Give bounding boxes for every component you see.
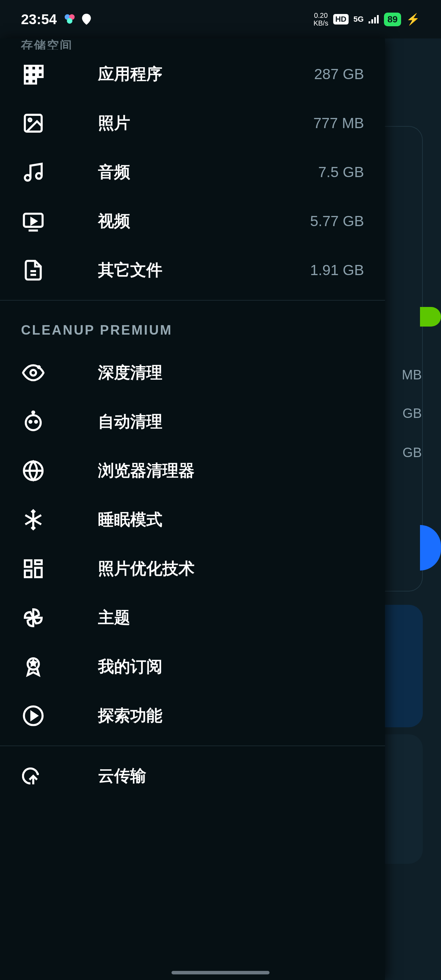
menu-label: 音频: [98, 161, 318, 183]
svg-rect-3: [369, 21, 370, 24]
status-bar: 23:54 0.20 KB/s HD 5G 89 ⚡: [0, 0, 441, 38]
menu-item-themes[interactable]: 主题: [0, 593, 385, 642]
photo-icon: [21, 111, 46, 135]
svg-point-29: [29, 421, 31, 422]
menu-item-deep-clean[interactable]: 深度清理: [0, 348, 385, 397]
divider: [0, 300, 385, 301]
green-pill-peek: [420, 307, 441, 326]
app-icon-2: [80, 13, 93, 26]
svg-rect-39: [25, 571, 32, 577]
snowflake-icon: [21, 508, 46, 532]
menu-label: 睡眠模式: [98, 509, 364, 531]
menu-label: 应用程序: [98, 64, 314, 85]
menu-item-video[interactable]: 视频 5.77 GB: [0, 197, 385, 246]
menu-label: 照片优化技术: [98, 558, 364, 580]
peek-text-1: MB: [402, 368, 422, 383]
main-content-peek: MB GB GB: [380, 38, 441, 980]
svg-rect-6: [377, 15, 379, 24]
hd-badge: HD: [333, 14, 349, 24]
video-icon: [21, 209, 46, 234]
menu-label: 探索功能: [98, 705, 364, 727]
status-left: 23:54: [21, 11, 93, 27]
menu-item-auto-clean[interactable]: 自动清理: [0, 397, 385, 446]
menu-item-subscription[interactable]: 我的订阅: [0, 642, 385, 691]
eye-plus-icon: [21, 361, 46, 385]
cloud-menu-list: 云传输: [0, 751, 385, 800]
status-time: 23:54: [21, 11, 57, 27]
menu-value: 1.91 GB: [310, 262, 364, 278]
menu-item-sleep-mode[interactable]: 睡眠模式: [0, 495, 385, 544]
svg-point-16: [29, 119, 32, 121]
menu-item-photo-optimizer[interactable]: 照片优化技术: [0, 544, 385, 593]
menu-value: 5.77 GB: [310, 213, 364, 230]
svg-marker-42: [32, 712, 37, 719]
svg-rect-36: [25, 560, 32, 567]
svg-point-28: [32, 412, 34, 414]
menu-label: 浏览器清理器: [98, 460, 364, 482]
divider: [0, 746, 385, 746]
menu-item-photos[interactable]: 照片 777 MB: [0, 99, 385, 148]
menu-label: 云传输: [98, 765, 364, 787]
apps-icon: [21, 62, 46, 86]
file-icon: [21, 258, 46, 282]
blue-button-peek[interactable]: [420, 525, 441, 571]
svg-point-2: [67, 18, 72, 24]
menu-item-browser-cleaner[interactable]: 浏览器清理器: [0, 446, 385, 495]
audio-icon: [21, 160, 46, 185]
menu-item-explore[interactable]: 探索功能: [0, 691, 385, 740]
premium-menu-list: 深度清理 自动清理 浏览器清理器 睡眠模式 照片: [0, 348, 385, 740]
svg-point-17: [25, 175, 30, 181]
menu-label: 主题: [98, 607, 364, 628]
svg-rect-8: [32, 66, 36, 70]
robot-icon: [21, 409, 46, 434]
home-indicator[interactable]: [172, 971, 269, 974]
svg-rect-11: [32, 72, 36, 77]
svg-rect-14: [32, 79, 36, 83]
signal-bars-icon: [369, 12, 379, 27]
menu-label: 我的订阅: [98, 656, 364, 678]
menu-label: 深度清理: [98, 362, 364, 383]
battery-indicator: 89: [384, 13, 401, 26]
svg-rect-37: [35, 560, 41, 564]
svg-rect-9: [38, 66, 42, 70]
menu-label: 其它文件: [98, 259, 310, 281]
svg-point-30: [35, 421, 37, 422]
svg-rect-7: [25, 66, 29, 70]
svg-rect-4: [371, 19, 373, 24]
app-icon-1: [63, 13, 76, 26]
menu-label: 自动清理: [98, 411, 364, 433]
menu-item-cloud-transfer[interactable]: 云传输: [0, 751, 385, 800]
network-5g: 5G: [353, 15, 364, 24]
badge-icon: [21, 654, 46, 679]
section-header-premium: CLEANUP PREMIUM: [0, 306, 385, 348]
svg-rect-12: [38, 72, 42, 77]
pinwheel-icon: [21, 606, 46, 630]
menu-item-other-files[interactable]: 其它文件 1.91 GB: [0, 246, 385, 295]
svg-rect-13: [25, 79, 29, 83]
menu-label: 照片: [98, 112, 313, 134]
menu-value: 7.5 GB: [318, 164, 364, 181]
charging-icon: ⚡: [406, 13, 420, 26]
status-icons-left: [63, 13, 93, 26]
navigation-drawer[interactable]: 存储空间 应用程序 287 GB 照片 777 MB 音频 7.5 GB: [0, 38, 385, 980]
peek-text-2: GB: [403, 406, 422, 421]
section-header-storage: 存储空间: [0, 35, 385, 50]
dashboard-icon: [21, 557, 46, 581]
svg-rect-38: [35, 568, 41, 577]
storage-menu-list: 应用程序 287 GB 照片 777 MB 音频 7.5 GB 视频 5.77 …: [0, 50, 385, 295]
menu-item-audio[interactable]: 音频 7.5 GB: [0, 148, 385, 197]
svg-rect-10: [25, 72, 29, 77]
menu-value: 287 GB: [314, 66, 364, 83]
globe-icon: [21, 458, 46, 483]
status-right: 0.20 KB/s HD 5G 89 ⚡: [314, 11, 420, 27]
menu-value: 777 MB: [313, 115, 364, 132]
svg-point-26: [26, 415, 41, 430]
network-speed: 0.20 KB/s: [314, 11, 328, 27]
svg-rect-5: [374, 17, 376, 24]
menu-item-apps[interactable]: 应用程序 287 GB: [0, 50, 385, 99]
svg-point-23: [30, 370, 36, 375]
peek-text-3: GB: [403, 445, 422, 460]
menu-label: 视频: [98, 210, 310, 232]
cloud-upload-icon: [21, 764, 46, 788]
play-circle-icon: [21, 703, 46, 728]
